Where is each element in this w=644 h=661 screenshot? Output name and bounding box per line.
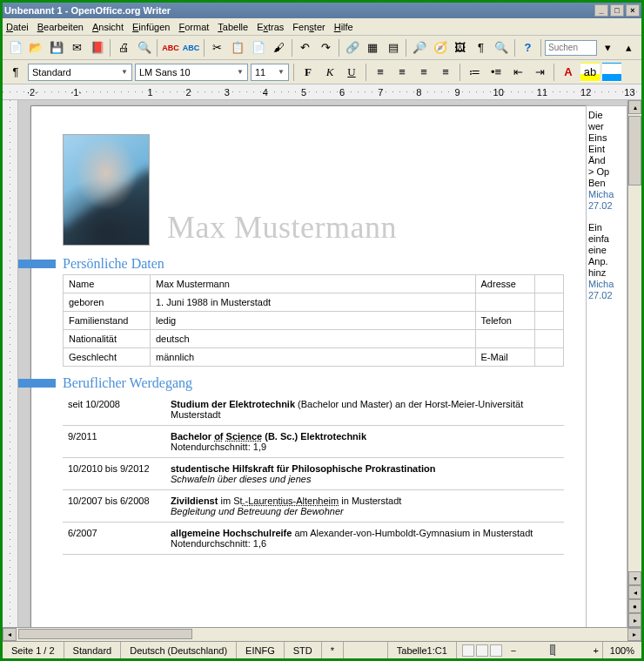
brush-icon[interactable]: 🖌 [270,38,288,57]
pd-label[interactable]: Name [64,275,151,293]
menu-datei[interactable]: Datei [6,22,29,32]
italic-icon[interactable]: K [320,63,339,82]
navigator-icon[interactable]: 🧭 [431,38,449,57]
copy-icon[interactable]: 📋 [229,38,247,57]
pd-label2[interactable] [475,330,534,348]
pd-label2[interactable]: Telefon [475,312,534,330]
status-table[interactable]: Tabelle1:C1 [388,642,457,658]
table-row[interactable]: GeschlechtmännlichE-Mail [64,348,564,367]
pd-value2[interactable] [534,293,563,312]
status-zoom[interactable]: 100% [603,645,641,656]
ruler-horizontal[interactable]: ·2··1·123456789101112131415161718 [3,84,641,100]
next-page-icon[interactable]: ▸ [628,613,641,627]
pd-value[interactable]: männlich [151,348,476,367]
pd-label2[interactable] [475,293,534,312]
table-row[interactable]: 9/2011Bachelor of Science (B. Sc.) Elekt… [63,426,564,458]
font-color-icon[interactable]: A [559,63,578,82]
preview-icon[interactable]: 🔍 [135,38,153,57]
list-bullet-icon[interactable]: •≡ [486,63,506,82]
table-row[interactable]: seit 10/2008Studium der Elektrotechnik (… [63,394,564,426]
pd-label2[interactable]: Adresse [475,275,534,293]
view-multi-icon[interactable] [476,644,488,657]
menu-ansicht[interactable]: Ansicht [92,22,124,32]
pd-value2[interactable] [534,330,563,348]
status-style[interactable]: Standard [64,642,122,658]
save-icon[interactable]: 💾 [47,38,65,57]
big-name[interactable]: Max Mustermann [167,209,397,246]
menu-tabelle[interactable]: Tabelle [218,22,248,32]
menu-format[interactable]: Format [178,22,209,32]
scroll-down-icon[interactable]: ▾ [628,571,641,585]
list-num-icon[interactable]: ≔ [465,63,484,82]
print-icon[interactable]: 🖨 [114,38,132,57]
align-left-icon[interactable]: ≡ [371,63,390,82]
indent-inc-icon[interactable]: ⇥ [530,63,549,82]
search-next-icon[interactable]: ▾ [599,38,617,57]
align-center-icon[interactable]: ≡ [392,63,412,82]
career-desc[interactable]: Bachelor of Science (B. Sc.) Elektrotech… [165,426,564,458]
photo-placeholder[interactable] [63,134,150,246]
horizontal-scrollbar[interactable]: ◂ ▸ [3,627,641,641]
pd-label[interactable]: Familienstand [64,312,151,330]
scroll-left-icon[interactable]: ◂ [3,628,17,641]
pdf-icon[interactable]: 📕 [88,38,106,57]
scroll-right-icon[interactable]: ▸ [627,628,641,641]
highlight-icon[interactable]: ab [580,63,600,82]
indent-dec-icon[interactable]: ⇤ [508,63,527,82]
font-select[interactable]: LM Sans 10▼ [135,64,248,81]
career-when[interactable]: 9/2011 [63,426,165,458]
status-std[interactable]: STD [285,642,322,658]
ruler-vertical[interactable] [3,100,18,627]
menu-einfuegen[interactable]: Einfügen [132,22,170,32]
career-when[interactable]: 6/2007 [63,523,165,555]
paragraph-style-select[interactable]: Standard▼ [28,64,132,81]
career-desc[interactable]: allgemeine Hochschulreife am Alexander-v… [165,523,564,555]
underline-icon[interactable]: U [342,63,361,82]
minimize-button[interactable]: _ [594,4,608,17]
cut-icon[interactable]: ✂ [208,38,226,57]
pd-value2[interactable] [534,348,563,367]
open-icon[interactable]: 📂 [26,38,44,57]
scroll-thumb[interactable] [628,116,641,185]
view-single-icon[interactable] [462,644,474,657]
zoom-icon[interactable]: 🔍 [492,38,510,57]
pd-label[interactable]: Geschlecht [64,348,151,367]
table-row[interactable]: FamilienstandledigTelefon [64,312,564,330]
align-justify-icon[interactable]: ≡ [436,63,455,82]
pd-label[interactable]: Nationalität [64,330,151,348]
career-desc[interactable]: Studium der Elektrotechnik (Bachelor und… [165,394,564,426]
scroll-up-icon[interactable]: ▴ [628,100,641,114]
bold-icon[interactable]: F [299,63,318,82]
search-input[interactable] [545,40,597,56]
pd-value[interactable]: Max Mustermann [151,275,476,293]
table-row[interactable]: NameMax MustermannAdresse [64,275,564,293]
menu-hilfe[interactable]: Hilfe [334,22,353,32]
zoom-slider[interactable]: − | + [507,642,603,658]
menu-bearbeiten[interactable]: Bearbeiten [37,22,84,32]
nav-icon[interactable]: ● [628,599,641,613]
page[interactable]: Max Mustermann Persönliche Daten NameMax… [30,105,587,627]
help-icon[interactable]: ? [519,38,537,57]
table-row[interactable]: 10/2007 bis 6/2008Zivildienst im St.-Lau… [63,490,564,523]
section-title-personal[interactable]: Persönliche Daten [63,256,164,272]
bg-color-icon[interactable] [602,63,621,82]
search-prev-icon[interactable]: ▴ [620,38,638,57]
grid-icon[interactable]: ▤ [384,38,402,57]
zoom-handle-icon[interactable] [550,644,555,655]
maximize-button[interactable]: □ [610,4,624,17]
pd-label2[interactable]: E-Mail [475,348,534,367]
undo-icon[interactable]: ↶ [296,38,314,57]
styles-icon[interactable]: ¶ [6,63,25,82]
pd-value[interactable]: ledig [151,312,476,330]
close-button[interactable]: × [626,4,640,17]
pd-label[interactable]: geboren [64,293,151,312]
menu-extras[interactable]: Extras [257,22,284,32]
career-when[interactable]: seit 10/2008 [63,394,165,426]
status-insert[interactable]: EINFG [237,642,285,658]
hscroll-thumb[interactable] [18,629,192,639]
spellcheck-icon[interactable]: ABC [161,38,180,57]
prev-page-icon[interactable]: ◂ [628,585,641,599]
career-when[interactable]: 10/2007 bis 6/2008 [63,490,165,523]
table-row[interactable]: Nationalitätdeutsch [64,330,564,348]
new-icon[interactable]: 📄 [6,38,24,57]
